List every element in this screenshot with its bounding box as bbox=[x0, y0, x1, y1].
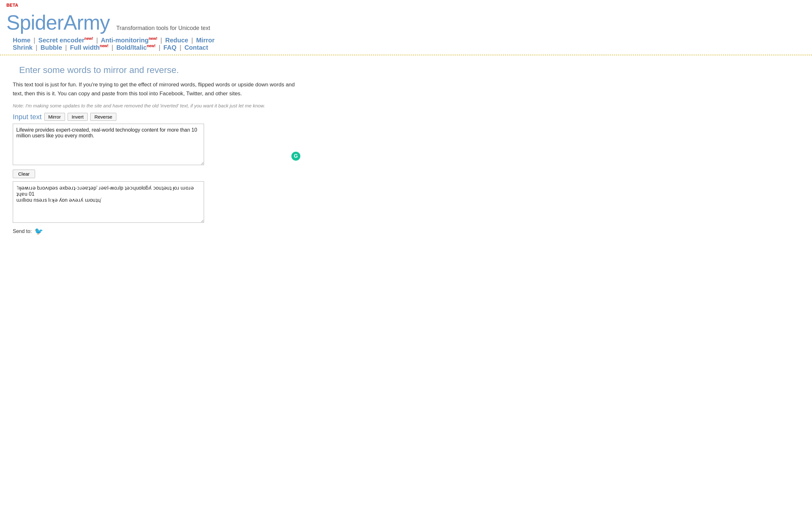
note: Note: I'm making some updates to the sit… bbox=[13, 103, 306, 109]
invert-button[interactable]: Invert bbox=[67, 113, 88, 121]
nav-full-width[interactable]: Full width bbox=[70, 44, 100, 51]
nav: Home | Secret encodernew! | Anti-monitor… bbox=[6, 36, 806, 51]
description: This text tool is just for fun. If you'r… bbox=[13, 80, 306, 97]
nav-shrink[interactable]: Shrink bbox=[13, 44, 32, 51]
input-textarea[interactable]: Lifewire provides expert-created, real-w… bbox=[13, 124, 204, 165]
nav-faq[interactable]: FAQ bbox=[164, 44, 177, 51]
nav-line-1: Home | Secret encodernew! | Anti-monitor… bbox=[13, 37, 214, 44]
nav-bold-italic[interactable]: Bold/Italic bbox=[116, 44, 147, 51]
twitter-icon[interactable]: 🐦 bbox=[34, 227, 43, 236]
output-textarea[interactable]: ˥ıɟǝʍıɹǝ bɹoʌıpǝs ǝxbǝɹʇ-ɔɹǝɐʇǝp’ ɹǝɐl-ʍ… bbox=[13, 181, 204, 223]
output-textarea-container: ˥ıɟǝʍıɹǝ bɹoʌıpǝs ǝxbǝɹʇ-ɔɹǝɐʇǝp’ ɹǝɐl-ʍ… bbox=[13, 181, 306, 224]
nav-home[interactable]: Home bbox=[13, 37, 31, 44]
nav-line-2: Shrink | Bubble | Full widthnew! | Bold/… bbox=[13, 44, 208, 51]
nav-reduce[interactable]: Reduce bbox=[165, 37, 188, 44]
send-to-row: Send to: 🐦 bbox=[13, 227, 306, 236]
input-label-row: Input text Mirror Invert Reverse bbox=[13, 113, 306, 121]
reverse-button[interactable]: Reverse bbox=[90, 113, 116, 121]
site-title: SpiderArmy bbox=[6, 11, 110, 34]
main-content: Enter some words to mirror and reverse. … bbox=[0, 59, 319, 242]
header: SpiderArmy Transformation tools for Unic… bbox=[0, 8, 812, 51]
grammarly-icon: G bbox=[291, 152, 300, 161]
nav-secret-encoder[interactable]: Secret encoder bbox=[38, 37, 85, 44]
mirror-button[interactable]: Mirror bbox=[44, 113, 65, 121]
nav-bubble[interactable]: Bubble bbox=[40, 44, 62, 51]
nav-anti-monitoring[interactable]: Anti-monitoring bbox=[101, 37, 149, 44]
beta-label: BETA bbox=[0, 0, 812, 8]
divider bbox=[0, 55, 812, 56]
nav-contact[interactable]: Contact bbox=[184, 44, 208, 51]
send-to-label: Send to: bbox=[13, 229, 32, 234]
input-label: Input text bbox=[13, 113, 42, 121]
clear-button[interactable]: Clear bbox=[13, 170, 35, 178]
input-textarea-container: Lifewire provides expert-created, real-w… bbox=[13, 124, 306, 166]
nav-mirror[interactable]: Mirror bbox=[196, 37, 214, 44]
page-heading: Enter some words to mirror and reverse. bbox=[19, 65, 306, 75]
site-tagline: Transformation tools for Unicode text bbox=[116, 25, 210, 31]
